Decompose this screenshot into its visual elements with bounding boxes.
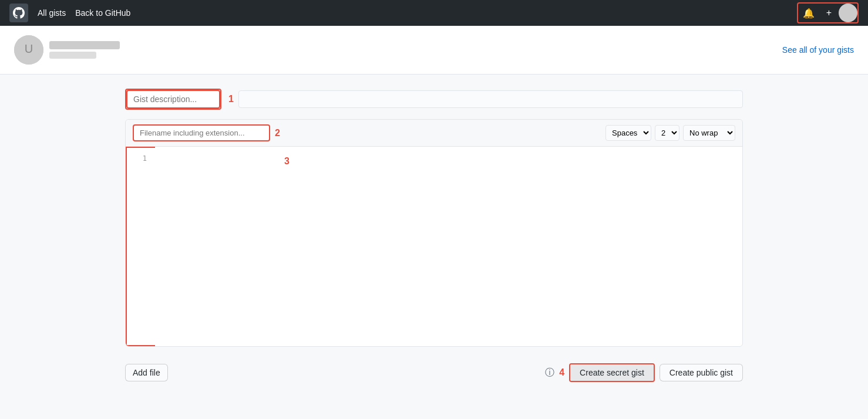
create-secret-btn-wrapper: Create secret gist xyxy=(569,363,655,382)
new-gist-button[interactable]: + xyxy=(822,4,836,22)
annotation-4: 4 xyxy=(559,367,564,378)
code-textarea[interactable] xyxy=(155,147,742,346)
navbar-right-highlight: 🔔 + xyxy=(797,2,859,23)
filename-input[interactable] xyxy=(134,126,269,140)
navbar: All gists Back to GitHub 🔔 + xyxy=(0,0,868,26)
create-secret-gist-button[interactable]: Create secret gist xyxy=(570,364,654,381)
line-numbers-box: 1 xyxy=(126,147,155,346)
user-avatar-nav[interactable] xyxy=(839,4,857,22)
bottom-right-actions: ⓘ 4 Create secret gist Create public gis… xyxy=(545,363,743,382)
line-number-1: 1 xyxy=(143,153,152,164)
description-input-highlight xyxy=(125,89,221,110)
navbar-left: All gists Back to GitHub xyxy=(9,4,130,22)
indent-select[interactable]: 2 4 8 xyxy=(655,125,679,141)
user-sub-blurred xyxy=(49,52,96,59)
see-all-gists-link[interactable]: See all of your gists xyxy=(782,45,854,55)
github-logo xyxy=(9,4,28,22)
annotation-1: 1 xyxy=(228,94,234,104)
main-content: 1 2 Spaces Tabs 2 4 8 No wr xyxy=(111,75,757,403)
file-header: 2 Spaces Tabs 2 4 8 No wrap Soft wrap xyxy=(126,120,742,147)
file-editor-container: 2 Spaces Tabs 2 4 8 No wrap Soft wrap xyxy=(125,119,743,347)
info-icon: ⓘ xyxy=(545,367,554,379)
annotation-2: 2 xyxy=(275,128,280,138)
description-full-input[interactable] xyxy=(238,90,743,108)
bottom-bar: Add file ⓘ 4 Create secret gist Create p… xyxy=(125,356,743,389)
description-input[interactable] xyxy=(126,90,220,109)
code-editor-wrapper: 1 3 xyxy=(126,147,742,346)
header-area: U See all of your gists xyxy=(0,26,868,75)
user-info: U xyxy=(14,35,120,65)
all-gists-link[interactable]: All gists xyxy=(38,8,66,18)
navbar-right: 🔔 + xyxy=(798,4,857,22)
back-to-github-link[interactable]: Back to GitHub xyxy=(75,8,130,18)
user-text xyxy=(49,41,120,59)
notifications-button[interactable]: 🔔 xyxy=(798,4,819,22)
svg-text:U: U xyxy=(25,42,33,55)
user-name-blurred xyxy=(49,41,120,49)
bell-icon: 🔔 xyxy=(803,8,815,19)
user-avatar: U xyxy=(14,35,43,65)
wrap-select[interactable]: No wrap Soft wrap xyxy=(683,125,735,141)
filename-input-wrapper xyxy=(133,124,270,141)
editor-controls: Spaces Tabs 2 4 8 No wrap Soft wrap xyxy=(605,125,735,141)
create-public-gist-button[interactable]: Create public gist xyxy=(660,364,743,381)
plus-icon: + xyxy=(826,8,832,18)
spaces-select[interactable]: Spaces Tabs xyxy=(605,125,651,141)
add-file-button[interactable]: Add file xyxy=(125,364,168,381)
description-row: 1 xyxy=(125,89,743,110)
